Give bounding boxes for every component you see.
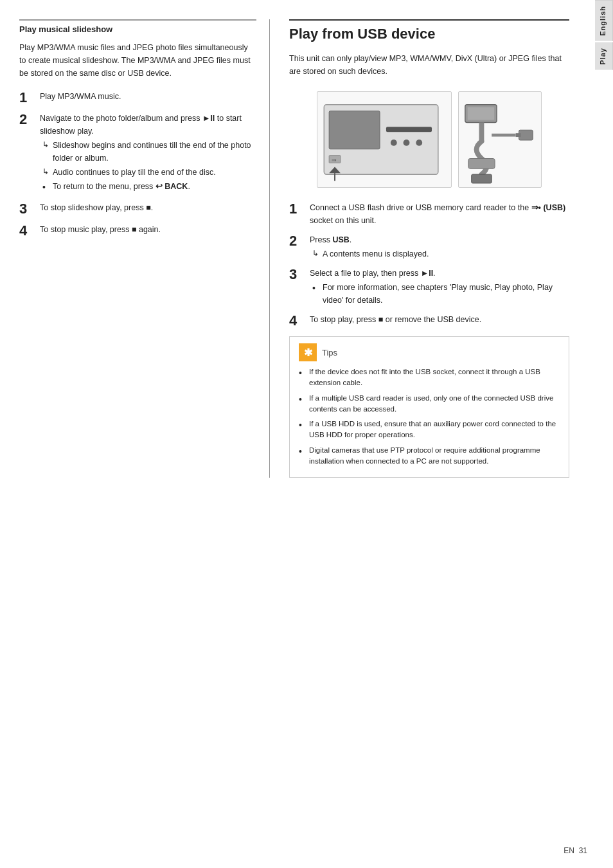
tips-box: ✱ Tips • If the device does not fit into…	[289, 336, 569, 478]
step-number-left-4: 4	[19, 223, 40, 239]
step-number-right-3: 3	[289, 267, 310, 282]
page-label: EN	[564, 846, 574, 855]
step-content-left-4: To stop music play, press ■ again.	[40, 223, 256, 236]
tips-text-2: If a multiple USB card reader is used, o…	[309, 393, 560, 415]
tab-play: Play	[595, 42, 613, 70]
tips-item-2: • If a multiple USB card reader is used,…	[299, 393, 560, 415]
tips-bullet-4: •	[299, 445, 308, 467]
step-content-right-4: To stop play, press ■ or remove the USB …	[310, 313, 569, 326]
step-left-3: 3 To stop slideshow play, press ■.	[19, 201, 256, 217]
sub-text-3: For more information, see chapters 'Play…	[323, 281, 569, 307]
tips-item-4: • Digital cameras that use PTP protocol …	[299, 445, 560, 467]
svg-rect-14	[468, 159, 495, 169]
svg-rect-12	[479, 122, 484, 141]
arrow-bullet: ↳	[42, 166, 53, 179]
step-right-3: 3 Select a file to play, then press ►II.…	[289, 267, 569, 307]
svg-rect-1	[329, 111, 380, 149]
tips-header: ✱ Tips	[299, 343, 560, 361]
svg-rect-13	[472, 174, 492, 183]
arrow-bullet: ↳	[42, 139, 53, 165]
step-left-4: 4 To stop music play, press ■ again.	[19, 223, 256, 239]
right-column: Play from USB device This unit can only …	[283, 19, 569, 478]
step-number-right-2: 2	[289, 233, 310, 249]
page-footer: EN 31	[564, 846, 587, 855]
step-left-1: 1 Play MP3/WMA music.	[19, 90, 256, 105]
tips-item-3: • If a USB HDD is used, ensure that an a…	[299, 419, 560, 441]
sub-text: Slideshow begins and continues till the …	[53, 139, 256, 165]
tips-item-1: • If the device does not fit into the US…	[299, 366, 560, 389]
tips-text-3: If a USB HDD is used, ensure that an aux…	[309, 419, 560, 441]
step-content-right-1: Connect a USB flash drive or USB memory …	[310, 201, 569, 227]
sub-text-2: A contents menu is displayed.	[323, 248, 429, 260]
step-content-left-1: Play MP3/WMA music.	[40, 90, 256, 103]
left-intro: Play MP3/WMA music files and JPEG photo …	[19, 41, 256, 80]
tips-star-icon: ✱	[304, 347, 312, 359]
svg-rect-16	[516, 133, 521, 137]
bullet-dot-3: •	[312, 281, 323, 307]
arrow-bullet-2: ↳	[312, 248, 323, 260]
usb-cable-svg	[458, 91, 542, 188]
left-column: Play musical slideshow Play MP3/WMA musi…	[19, 19, 270, 478]
main-content: Play musical slideshow Play MP3/WMA musi…	[0, 0, 595, 497]
tips-bullet-1: •	[299, 366, 308, 389]
left-section-title: Play musical slideshow	[19, 19, 256, 36]
step-number-right-4: 4	[289, 313, 310, 329]
right-section-title: Play from USB device	[289, 19, 569, 46]
svg-point-3	[391, 140, 397, 146]
page-number: 31	[579, 846, 587, 855]
svg-rect-11	[468, 107, 494, 120]
right-intro: This unit can only play/view MP3, WMA/WM…	[289, 52, 569, 78]
svg-point-4	[404, 140, 410, 146]
tips-text-1: If the device does not fit into the USB …	[309, 366, 560, 389]
sub-text: To return to the menu, press ↩ BACK.	[53, 180, 190, 194]
tab-english: English	[595, 0, 613, 41]
sub-text: Audio continues to play till the end of …	[53, 166, 216, 179]
step-content-right-3: Select a file to play, then press ►II. •…	[310, 267, 569, 307]
step-number-left-2: 2	[19, 112, 40, 127]
tips-icon: ✱	[299, 343, 317, 361]
tips-bullet-2: •	[299, 393, 308, 415]
tips-title: Tips	[322, 348, 337, 357]
step-right-2: 2 Press USB. ↳ A contents menu is displa…	[289, 233, 569, 260]
step-right-4: 4 To stop play, press ■ or remove the US…	[289, 313, 569, 329]
svg-rect-2	[386, 127, 432, 132]
step-content-right-2: Press USB. ↳ A contents menu is displaye…	[310, 233, 569, 260]
svg-point-5	[416, 140, 422, 146]
step-content-left-2: Navigate to the photo folder/album and p…	[40, 112, 256, 194]
right-tab: English Play	[595, 0, 613, 868]
usb-device-svg: ⇒	[317, 91, 452, 188]
svg-rect-15	[519, 130, 533, 140]
step-left-2: 2 Navigate to the photo folder/album and…	[19, 112, 256, 194]
step-number-right-1: 1	[289, 201, 310, 217]
tips-text-4: Digital cameras that use PTP protocol or…	[309, 445, 560, 467]
usb-image-area: ⇒	[289, 88, 569, 191]
tips-bullet-3: •	[299, 419, 308, 441]
step-number-left-3: 3	[19, 201, 40, 217]
svg-text:⇒: ⇒	[332, 157, 337, 163]
step-content-left-3: To stop slideshow play, press ■.	[40, 201, 256, 214]
bullet-dot: •	[42, 180, 53, 194]
step-number-left-1: 1	[19, 90, 40, 105]
step-right-1: 1 Connect a USB flash drive or USB memor…	[289, 201, 569, 227]
page-container: English Play Play musical slideshow Play…	[0, 0, 613, 868]
